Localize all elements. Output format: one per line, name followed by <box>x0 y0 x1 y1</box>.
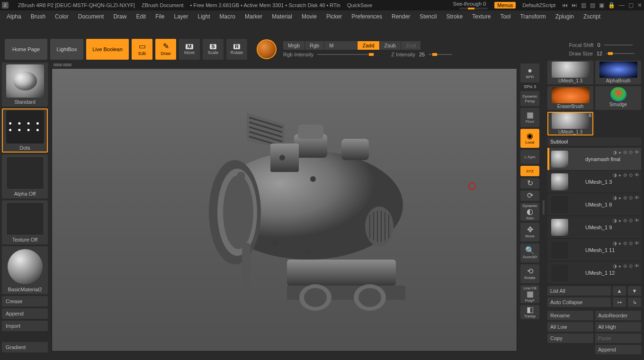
rotate-mode-button[interactable]: RRotate <box>226 39 247 60</box>
menu-material[interactable]: Material <box>267 11 297 22</box>
intersect-toggle-icon[interactable]: ⊙ <box>629 241 633 246</box>
solo-button[interactable]: Dynamic◐Solo <box>520 203 539 221</box>
menu-color[interactable]: Color <box>50 11 73 22</box>
tool-alphabrush[interactable]: AlphaBrush <box>595 61 641 84</box>
nav-first-icon[interactable]: ⏮ <box>562 2 568 9</box>
start-toggle-icon[interactable]: ▸ <box>619 195 621 200</box>
visibility-eye-icon[interactable]: 👁 <box>635 218 639 223</box>
visibility-eye-icon[interactable]: 👁 <box>635 150 639 155</box>
live-boolean-button[interactable]: Live Boolean <box>86 39 129 60</box>
lsym-button[interactable]: L.Sym <box>520 150 539 164</box>
dynamic-persp-button[interactable]: DynamicPersp <box>520 91 539 106</box>
menu-file[interactable]: File <box>151 11 169 22</box>
layout1-icon[interactable]: ▥ <box>581 2 586 9</box>
list-all-button[interactable]: List All <box>547 286 611 296</box>
all-high-button[interactable]: All High <box>595 322 641 332</box>
material-preview-sphere[interactable] <box>257 39 277 59</box>
menu-texture[interactable]: Texture <box>467 11 495 22</box>
polypaint-toggle-icon[interactable]: ◑ <box>613 195 617 200</box>
polypaint-toggle-icon[interactable]: ◑ <box>613 150 617 155</box>
nav-move-button[interactable]: ✥Move <box>520 223 539 242</box>
fold-down-button[interactable]: ↳ <box>628 297 641 307</box>
transp-button[interactable]: ◧Transp <box>520 305 539 319</box>
append-button[interactable]: Append <box>2 308 48 319</box>
visibility-eye-icon[interactable]: 👁 <box>635 172 639 178</box>
see-through-slider[interactable] <box>459 8 488 9</box>
tool-umesh13a[interactable]: UMesh_1 3 <box>547 61 593 84</box>
subtool-row-3[interactable]: UMesh_1 9 ◑▸⊖⊙👁 <box>547 216 641 239</box>
mode-m[interactable]: M <box>324 41 358 50</box>
start-toggle-icon[interactable]: ▸ <box>619 263 621 269</box>
subtract-toggle-icon[interactable]: ⊖ <box>623 172 627 178</box>
maximize-icon[interactable]: ▢ <box>628 2 634 9</box>
subtool-row-2[interactable]: UMesh_1 8 ◑▸⊖⊙👁 <box>547 193 641 216</box>
visibility-eye-icon[interactable]: 👁 <box>635 241 639 246</box>
menu-light[interactable]: Light <box>193 11 215 22</box>
nav-rotate-button[interactable]: ⟲Rotate <box>520 264 539 283</box>
focal-shift-slider[interactable] <box>604 45 633 45</box>
import-button[interactable]: Import <box>2 321 48 331</box>
viewport-canvas[interactable] <box>52 68 517 351</box>
menu-render[interactable]: Render <box>387 11 415 22</box>
xyz-button[interactable]: XYZ <box>520 166 539 176</box>
polypaint-toggle-icon[interactable]: ◑ <box>613 241 617 246</box>
all-low-button[interactable]: All Low <box>547 322 593 332</box>
start-toggle-icon[interactable]: ▸ <box>619 241 621 246</box>
alpha-selector[interactable]: Alpha Off <box>2 154 48 198</box>
menu-picker[interactable]: Picker <box>322 11 347 22</box>
zoom3d-button[interactable]: 🔍Zoom3D <box>520 243 539 262</box>
polypaint-toggle-icon[interactable]: ◑ <box>613 218 617 223</box>
spix-row[interactable]: SPix 3 <box>520 84 539 89</box>
lock-icon[interactable]: 🔒 <box>608 2 615 9</box>
menu-document[interactable]: Document <box>73 11 109 22</box>
floor-button[interactable]: ▦Floor <box>520 108 539 127</box>
subtract-toggle-icon[interactable]: ⊖ <box>623 263 627 269</box>
polypaint-toggle-icon[interactable]: ◑ <box>613 172 617 178</box>
move-mode-button[interactable]: MMove <box>179 39 200 60</box>
subtool-row-5[interactable]: UMesh_1 12 ◑▸⊖⊙👁 <box>547 261 641 284</box>
rot-y-icon[interactable]: ↻ <box>520 178 539 189</box>
menu-stroke[interactable]: Stroke <box>441 11 467 22</box>
stroke-selector[interactable]: Dots <box>2 108 48 153</box>
scale-mode-button[interactable]: SScale <box>203 39 224 60</box>
subtool-row-0[interactable]: dynamash final ◑▸⊖⊙👁 <box>547 148 641 171</box>
menu-alpha[interactable]: Alpha <box>2 11 26 22</box>
start-toggle-icon[interactable]: ▸ <box>619 150 621 155</box>
intersect-toggle-icon[interactable]: ⊙ <box>629 218 633 223</box>
subtract-toggle-icon[interactable]: ⊖ <box>623 150 627 155</box>
canvas-scrollbar[interactable] <box>52 63 517 67</box>
mode-zcut[interactable]: Zcut <box>401 41 421 50</box>
draw-mode-button[interactable]: ✎Draw <box>155 39 176 60</box>
visibility-eye-icon[interactable]: 👁 <box>635 195 639 200</box>
auto-collapse-button[interactable]: Auto Collapse <box>547 297 611 307</box>
bpr-button[interactable]: ●BPR <box>520 63 539 82</box>
see-through-label[interactable]: See-through 0 <box>453 1 486 7</box>
nav-last-icon[interactable]: ⏭ <box>572 2 577 9</box>
copy-button[interactable]: Copy <box>547 333 593 343</box>
lightbox-button[interactable]: LightBox <box>50 39 83 60</box>
menu-movie[interactable]: Movie <box>297 11 322 22</box>
crease-button[interactable]: Crease <box>2 296 48 306</box>
subtool-row-4[interactable]: UMesh_1 11 ◑▸⊖⊙👁 <box>547 239 641 261</box>
subtool-panel-header[interactable]: Subtool <box>547 137 641 146</box>
texture-selector[interactable]: Texture Off <box>2 200 48 244</box>
subtract-toggle-icon[interactable]: ⊖ <box>623 241 627 246</box>
menu-transform[interactable]: Transform <box>515 11 550 22</box>
menu-draw[interactable]: Draw <box>108 11 131 22</box>
mode-rgb[interactable]: Rgb <box>305 41 324 50</box>
rgb-intensity-slider[interactable] <box>317 54 374 55</box>
local-button[interactable]: ◉Local <box>520 129 539 148</box>
tool-eraserbrush[interactable]: EraserBrush <box>547 86 593 110</box>
paste-button[interactable]: Paste <box>595 333 641 343</box>
subtract-toggle-icon[interactable]: ⊖ <box>623 218 627 223</box>
start-toggle-icon[interactable]: ▸ <box>619 172 621 178</box>
menu-brush[interactable]: Brush <box>26 11 50 22</box>
mode-zadd[interactable]: Zadd <box>358 41 379 50</box>
menu-zscript[interactable]: Zscript <box>579 11 605 22</box>
mode-zsub[interactable]: Zsub <box>380 41 401 50</box>
menu-layer[interactable]: Layer <box>170 11 193 22</box>
layout2-icon[interactable]: ▤ <box>590 2 595 9</box>
autoreorder-button[interactable]: AutoReorder <box>595 311 641 320</box>
minimize-icon[interactable]: — <box>619 2 625 9</box>
mode-mrgb[interactable]: Mrgb <box>283 41 305 50</box>
